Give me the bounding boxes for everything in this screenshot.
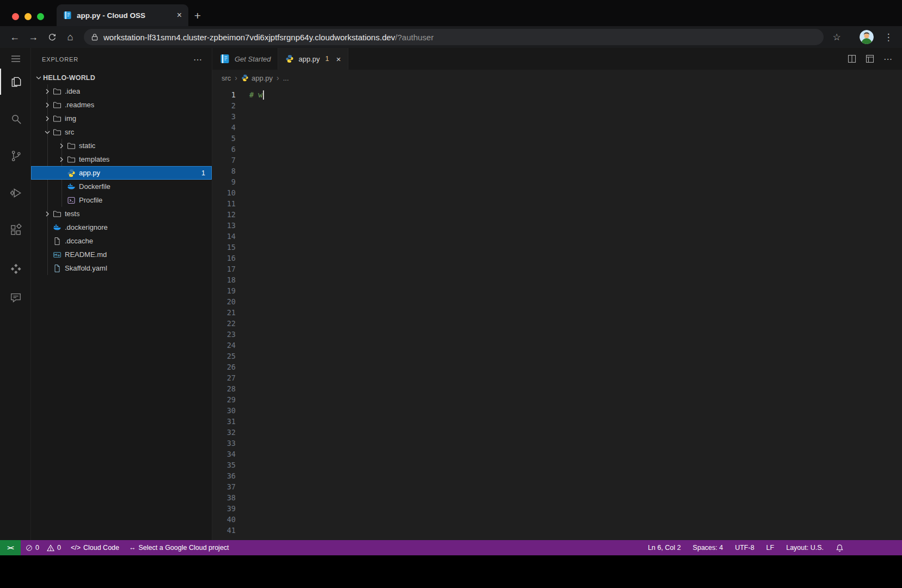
chevron-right-icon	[43, 114, 52, 123]
line-number: 31	[212, 416, 236, 427]
tree-item-tests[interactable]: tests	[31, 207, 212, 220]
customize-layout-button[interactable]	[866, 54, 874, 63]
line-number: 13	[212, 220, 236, 231]
chevron-right-icon	[43, 210, 52, 218]
chevron-right-icon	[43, 101, 52, 109]
tree-item-dockerfile[interactable]: Dockerfile	[31, 180, 212, 193]
browser-tab[interactable]: app.py - Cloud OSS ×	[57, 4, 188, 26]
activity-run-debug-button[interactable]	[0, 180, 30, 206]
line-number: 33	[212, 438, 236, 449]
line-number: 6	[212, 144, 236, 155]
line-numbers: 1234567891011121314151617181920212223242…	[212, 89, 249, 540]
split-editor-button[interactable]	[848, 54, 856, 63]
address-bar[interactable]: workstation-lf31smn4.cluster-zpbeimon7vd…	[84, 29, 824, 45]
editor-group: Get Started app.py 1 × ⋯ src ›	[212, 48, 902, 540]
line-number: 37	[212, 481, 236, 492]
new-tab-button[interactable]: +	[191, 9, 205, 23]
screen: app.py - Cloud OSS × + ← → ⌂ workstation…	[0, 0, 902, 588]
activity-explorer-button[interactable]	[0, 69, 30, 95]
tree-item-src[interactable]: src	[31, 125, 212, 139]
tab-close-icon[interactable]: ×	[336, 54, 341, 64]
eol-status[interactable]: LF	[760, 540, 781, 555]
line-number: 10	[212, 187, 236, 198]
more-actions-icon[interactable]: ⋯	[883, 54, 892, 64]
tree-item-readme-md[interactable]: README.md	[31, 248, 212, 261]
line-number: 23	[212, 329, 236, 340]
chevron-down-icon	[43, 128, 52, 137]
line-number: 25	[212, 351, 236, 362]
back-button[interactable]: ←	[7, 29, 23, 45]
tree-root-hello-world[interactable]: HELLO-WORLD	[31, 71, 212, 84]
home-button[interactable]: ⌂	[62, 29, 78, 45]
line-number: 7	[212, 155, 236, 166]
folder-icon	[53, 114, 62, 123]
browser-tab-close-icon[interactable]: ×	[177, 11, 182, 20]
cursor-position-status[interactable]: Ln 6, Col 2	[642, 540, 686, 555]
breadcrumb-src[interactable]: src	[222, 74, 231, 82]
cloud-code-diamonds-icon	[10, 264, 22, 275]
cloud-code-status[interactable]: </> Cloud Code	[66, 540, 124, 555]
explorer-sidebar: EXPLORER ⋯ HELLO-WORLD .idea	[31, 48, 212, 540]
browser-menu-icon[interactable]: ⋮	[881, 30, 895, 44]
close-window-button[interactable]	[12, 13, 19, 20]
tree-item-dockerignore[interactable]: .dockerignore	[31, 220, 212, 234]
activity-search-button[interactable]	[0, 106, 30, 132]
line-number: 39	[212, 503, 236, 514]
line-number: 16	[212, 253, 236, 264]
line-number: 2	[212, 100, 236, 111]
indentation-status[interactable]: Spaces: 4	[687, 540, 729, 555]
tree-item-static[interactable]: static	[31, 139, 212, 152]
editor-tabbar: Get Started app.py 1 × ⋯	[212, 48, 902, 70]
file-tree: HELLO-WORLD .idea .readmes img	[31, 71, 212, 540]
activity-feedback-button[interactable]	[0, 285, 30, 311]
breadcrumb-app-py[interactable]: app.py	[241, 74, 273, 82]
tree-item-skaffold-yaml[interactable]: Skaffold.yaml	[31, 261, 212, 275]
tree-item-app-py[interactable]: app.py 1	[31, 166, 212, 180]
line-number: 8	[212, 166, 236, 176]
profile-avatar[interactable]	[860, 30, 874, 44]
tree-item-idea[interactable]: .idea	[31, 84, 212, 98]
encoding-status[interactable]: UTF-8	[729, 540, 760, 555]
breadcrumb-symbol[interactable]: ...	[283, 74, 289, 82]
problems-status[interactable]: 0 0	[21, 540, 66, 555]
code-editor[interactable]: 1234567891011121314151617181920212223242…	[212, 86, 902, 540]
activity-source-control-button[interactable]	[0, 143, 30, 169]
python-icon	[241, 74, 249, 82]
tree-item-readmes[interactable]: .readmes	[31, 98, 212, 112]
bookmark-star-icon[interactable]: ☆	[829, 29, 844, 45]
maximize-window-button[interactable]	[37, 13, 44, 20]
forward-button[interactable]: →	[25, 29, 41, 45]
editor-actions: ⋯	[838, 48, 902, 70]
explorer-more-actions-icon[interactable]: ⋯	[193, 54, 202, 65]
reload-button[interactable]	[44, 29, 60, 45]
code-tag-icon: </>	[71, 544, 81, 552]
browser-toolbar: ← → ⌂ workstation-lf31smn4.cluster-zpbei…	[0, 26, 902, 48]
activity-extensions-button[interactable]	[0, 217, 30, 243]
folder-icon	[53, 87, 62, 96]
tree-item-dccache[interactable]: .dccache	[31, 234, 212, 248]
notifications-bell-button[interactable]	[830, 540, 850, 555]
line-number: 19	[212, 285, 236, 296]
remote-indicator[interactable]: ><	[0, 540, 21, 555]
line-number: 4	[212, 122, 236, 133]
keyboard-layout-status[interactable]: Layout: U.S.	[780, 540, 830, 555]
minimize-window-button[interactable]	[24, 13, 32, 20]
line-number: 40	[212, 514, 236, 525]
application-menu-button[interactable]	[0, 51, 30, 66]
line-number: 30	[212, 405, 236, 416]
project-picker-status[interactable]: ↔ Select a Google Cloud project	[124, 540, 234, 555]
activity-cloud-code-button[interactable]	[0, 256, 30, 283]
tree-item-img[interactable]: img	[31, 112, 212, 125]
tree-item-procfile[interactable]: Procfile	[31, 193, 212, 207]
tab-get-started[interactable]: Get Started	[212, 48, 278, 70]
tab-app-py[interactable]: app.py 1 ×	[278, 48, 348, 70]
warning-icon	[47, 544, 54, 552]
file-icon	[53, 237, 62, 246]
python-icon	[285, 54, 294, 63]
hamburger-icon	[11, 55, 21, 63]
line-number: 21	[212, 307, 236, 318]
line-number: 35	[212, 460, 236, 470]
line-number: 26	[212, 362, 236, 372]
tree-item-templates[interactable]: templates	[31, 152, 212, 166]
line-number: 22	[212, 318, 236, 329]
